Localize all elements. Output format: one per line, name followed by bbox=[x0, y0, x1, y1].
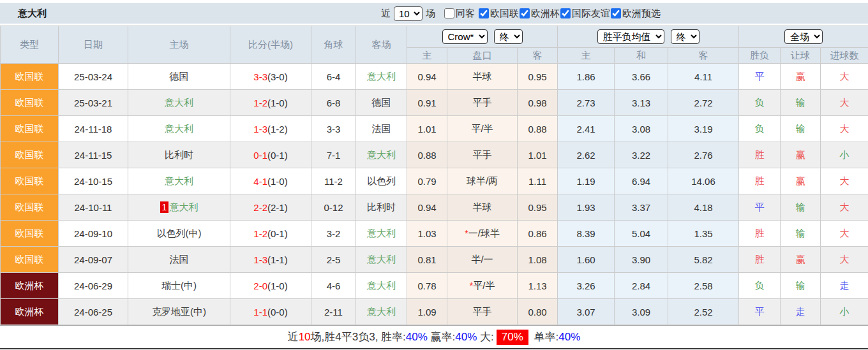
result-cell: 负 bbox=[739, 116, 781, 142]
avg-time-select[interactable]: 终 bbox=[671, 29, 700, 44]
corner-score: 3-2 bbox=[311, 221, 356, 247]
same-opponent-checkbox[interactable] bbox=[444, 8, 454, 18]
avg-draw-odds: 2.84 bbox=[615, 273, 668, 299]
goals-cell: 大 bbox=[821, 194, 868, 221]
halftime-score: (1-1) bbox=[267, 254, 288, 265]
odds-away: 1.11 bbox=[518, 168, 558, 194]
league-filter-label: 欧洲杯 bbox=[531, 8, 560, 20]
home-team: 克罗地亚(中) bbox=[128, 299, 230, 325]
odds-company-select[interactable]: Crow* bbox=[442, 29, 488, 44]
odds-time-select[interactable]: 终 bbox=[494, 29, 523, 44]
halftime-score: (0-1) bbox=[267, 228, 288, 239]
league-filter-checkbox[interactable] bbox=[560, 8, 571, 18]
avg-company-select[interactable]: 胜平负均值 bbox=[597, 29, 664, 44]
goals-cell: 走 bbox=[821, 273, 868, 299]
score: 3-3(3-0) bbox=[230, 64, 311, 90]
footer-segment: 近 bbox=[288, 330, 299, 344]
home-team-name: 克罗地亚(中) bbox=[152, 306, 206, 317]
subcol-avg-away: 客 bbox=[668, 48, 739, 64]
handicap-result-cell: 赢 bbox=[781, 64, 821, 90]
avg-draw-odds: 3.13 bbox=[615, 90, 668, 116]
avg-draw-odds: 3.90 bbox=[615, 247, 668, 273]
goals-cell: 大 bbox=[821, 221, 868, 247]
away-team-name: 意大利 bbox=[367, 71, 396, 82]
league-filter: 欧洲预选 bbox=[610, 8, 661, 20]
handicap-line: 球半/两 bbox=[447, 168, 518, 194]
fulltime-score: 1-3 bbox=[253, 254, 267, 265]
odds-away: 0.80 bbox=[518, 299, 558, 325]
match-date: 24-06-25 bbox=[59, 299, 128, 325]
avg-draw-odds: 5.04 bbox=[615, 221, 668, 247]
footer-segment: 40% bbox=[455, 331, 477, 344]
halftime-score: (1-2) bbox=[267, 124, 288, 135]
home-team-name: 意大利 bbox=[169, 201, 198, 212]
odds-home: 0.91 bbox=[407, 90, 447, 116]
handicap-text: 平手 bbox=[473, 149, 492, 160]
result-cell: 负 bbox=[739, 90, 781, 116]
league-filter: 欧洲杯 bbox=[519, 8, 560, 20]
handicap-result-cell: 输 bbox=[781, 221, 821, 247]
score: 1-2(1-0) bbox=[230, 90, 311, 116]
home-team-name: 意大利 bbox=[165, 97, 193, 108]
league-filter-checkbox[interactable] bbox=[520, 8, 530, 18]
avg-home-odds: 1.86 bbox=[558, 64, 615, 90]
score: 0-1(0-1) bbox=[230, 142, 311, 168]
subcol-odds-home: 主 bbox=[407, 48, 447, 64]
match-row: 欧国联24-09-07法国1-3(1-1)2-5意大利0.81半/一1.081.… bbox=[1, 247, 868, 273]
result-cell: 平 bbox=[739, 64, 781, 90]
subcol-handicap-result: 让球 bbox=[781, 48, 821, 64]
match-scope-select[interactable]: 全场 bbox=[784, 29, 823, 44]
score: 4-1(1-0) bbox=[230, 168, 311, 194]
handicap-text: 球半/两 bbox=[467, 175, 498, 186]
away-team: 比利时 bbox=[356, 194, 407, 221]
handicap-line: 平手 bbox=[447, 90, 518, 116]
home-team: 意大利 bbox=[128, 168, 230, 194]
halftime-score: (1-0) bbox=[267, 176, 288, 187]
odds-home: 1.03 bbox=[407, 221, 447, 247]
league-filter-label: 欧国联 bbox=[490, 8, 519, 20]
avg-group-header: 胜平负均值 终 bbox=[558, 26, 739, 48]
avg-draw-odds: 3.08 bbox=[615, 116, 668, 142]
avg-away-odds: 2.58 bbox=[668, 273, 739, 299]
result-group-header: 全场 bbox=[739, 26, 868, 48]
home-team-name: 瑞士(中) bbox=[161, 280, 197, 291]
home-team: 意大利 bbox=[128, 116, 230, 142]
home-team-name: 法国 bbox=[170, 254, 189, 265]
handicap-text: 平/半 bbox=[473, 280, 495, 291]
fulltime-score: 1-2 bbox=[253, 228, 267, 239]
avg-away-odds: 4.18 bbox=[668, 194, 739, 221]
away-team: 意大利 bbox=[356, 142, 407, 168]
away-team: 意大利 bbox=[356, 247, 407, 273]
avg-home-odds: 2.73 bbox=[558, 90, 615, 116]
handicap-text: 一/球半 bbox=[468, 228, 500, 238]
league-filter-checkbox[interactable] bbox=[479, 8, 489, 18]
score: 1-3(1-2) bbox=[230, 116, 311, 142]
goals-cell: 大 bbox=[821, 247, 868, 273]
away-team: 以色列 bbox=[356, 168, 407, 194]
handicap-line: *一/球半 bbox=[447, 221, 518, 247]
match-date: 24-09-10 bbox=[59, 221, 128, 247]
league-badge: 欧国联 bbox=[1, 168, 59, 194]
corner-score: 4-6 bbox=[311, 273, 356, 299]
home-team: 以色列(中) bbox=[128, 221, 230, 247]
fulltime-score: 1-3 bbox=[253, 124, 267, 135]
league-badge: 欧国联 bbox=[1, 64, 59, 90]
league-filter: 国际友谊 bbox=[560, 8, 610, 20]
match-date: 24-11-18 bbox=[59, 116, 128, 142]
subcol-avg-home: 主 bbox=[558, 48, 615, 64]
avg-home-odds: 3.07 bbox=[558, 299, 615, 325]
handicap-text: 半/一 bbox=[471, 254, 493, 265]
home-team: 比利时 bbox=[128, 142, 230, 168]
avg-draw-odds: 3.09 bbox=[615, 299, 668, 325]
summary-footer: 近10场,胜4平3负3, 胜率:40% 赢率:40% 大:70% 单率:40% bbox=[0, 325, 868, 349]
match-row: 欧国联24-11-18意大利1-3(1-2)3-3法国1.01平/半0.882.… bbox=[1, 116, 868, 142]
match-row: 欧洲杯24-06-25克罗地亚(中)1-1(0-0)2-11意大利1.09平手0… bbox=[1, 299, 868, 325]
league-filter-checkbox[interactable] bbox=[611, 8, 621, 18]
handicap-result-cell: 赢 bbox=[781, 168, 821, 194]
away-team-name: 意大利 bbox=[367, 306, 396, 317]
recent-label: 近 bbox=[381, 8, 391, 20]
recent-count-select[interactable]: 10 bbox=[394, 6, 423, 21]
odds-home: 0.81 bbox=[407, 247, 447, 273]
home-team: 意大利 bbox=[128, 90, 230, 116]
league-badge: 欧国联 bbox=[1, 221, 59, 247]
